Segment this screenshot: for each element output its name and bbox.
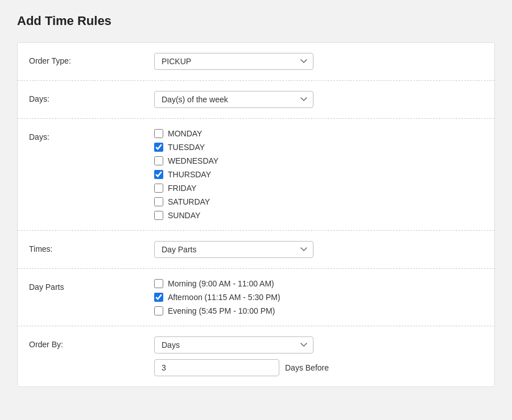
list-item[interactable]: WEDNESDAY [154, 156, 483, 165]
sunday-checkbox[interactable] [154, 211, 163, 220]
friday-label: FRIDAY [168, 184, 196, 193]
monday-label: MONDAY [168, 129, 202, 138]
evening-label: Evening (5:45 PM - 10:00 PM) [168, 306, 275, 315]
thursday-label: THURSDAY [168, 170, 211, 179]
order-type-control: PICKUP DELIVERY [154, 53, 483, 70]
saturday-label: SATURDAY [168, 197, 210, 206]
list-item[interactable]: SATURDAY [154, 197, 483, 206]
page-title: Add Time Rules [17, 14, 495, 28]
days-select-label: Days: [29, 91, 154, 103]
monday-checkbox[interactable] [154, 129, 163, 138]
order-by-section: Days Hours Days Before [154, 336, 483, 376]
wednesday-checkbox[interactable] [154, 156, 163, 165]
tuesday-label: TUESDAY [168, 143, 205, 152]
list-item[interactable]: FRIDAY [154, 184, 483, 193]
day-parts-checkbox-group: Morning (9:00 AM - 11:00 AM) Afternoon (… [154, 279, 483, 315]
days-select-row: Days: Day(s) of the week Specific Dates [18, 81, 494, 119]
form-card: Order Type: PICKUP DELIVERY Days: Day(s)… [17, 42, 495, 387]
order-type-label: Order Type: [29, 53, 154, 65]
days-select-control: Day(s) of the week Specific Dates [154, 91, 483, 108]
days-checkboxes-control: MONDAY TUESDAY WEDNESDAY THURSDAY [154, 129, 483, 220]
times-select[interactable]: Day Parts Specific Times [154, 241, 313, 258]
morning-checkbox[interactable] [154, 279, 163, 288]
days-checkboxes-row: Days: MONDAY TUESDAY WEDNESDAY [18, 119, 494, 231]
list-item[interactable]: SUNDAY [154, 211, 483, 220]
evening-checkbox[interactable] [154, 306, 163, 315]
order-by-control: Days Hours Days Before [154, 336, 483, 376]
list-item[interactable]: TUESDAY [154, 143, 483, 152]
days-before-input[interactable] [154, 359, 279, 376]
list-item[interactable]: Morning (9:00 AM - 11:00 AM) [154, 279, 483, 288]
thursday-checkbox[interactable] [154, 170, 163, 179]
days-checkboxes-label: Days: [29, 129, 154, 142]
days-before-label: Days Before [285, 363, 329, 372]
order-by-label: Order By: [29, 336, 154, 349]
order-by-row: Order By: Days Hours Days Before [18, 326, 494, 386]
days-before-row: Days Before [154, 359, 483, 376]
order-type-select[interactable]: PICKUP DELIVERY [154, 53, 313, 70]
order-by-select[interactable]: Days Hours [154, 336, 313, 354]
day-parts-label: Day Parts [29, 279, 154, 292]
day-parts-control: Morning (9:00 AM - 11:00 AM) Afternoon (… [154, 279, 483, 315]
day-parts-row: Day Parts Morning (9:00 AM - 11:00 AM) A… [18, 269, 494, 326]
morning-label: Morning (9:00 AM - 11:00 AM) [168, 279, 274, 288]
friday-checkbox[interactable] [154, 184, 163, 193]
afternoon-checkbox[interactable] [154, 293, 163, 302]
times-row: Times: Day Parts Specific Times [18, 231, 494, 269]
saturday-checkbox[interactable] [154, 197, 163, 206]
days-type-select[interactable]: Day(s) of the week Specific Dates [154, 91, 313, 108]
afternoon-label: Afternoon (11:15 AM - 5:30 PM) [168, 293, 280, 302]
times-control: Day Parts Specific Times [154, 241, 483, 258]
order-type-row: Order Type: PICKUP DELIVERY [18, 43, 494, 81]
days-checkbox-group: MONDAY TUESDAY WEDNESDAY THURSDAY [154, 129, 483, 220]
list-item[interactable]: Afternoon (11:15 AM - 5:30 PM) [154, 293, 483, 302]
tuesday-checkbox[interactable] [154, 143, 163, 152]
sunday-label: SUNDAY [168, 211, 200, 220]
wednesday-label: WEDNESDAY [168, 156, 218, 165]
list-item[interactable]: THURSDAY [154, 170, 483, 179]
list-item[interactable]: MONDAY [154, 129, 483, 138]
list-item[interactable]: Evening (5:45 PM - 10:00 PM) [154, 306, 483, 315]
times-label: Times: [29, 241, 154, 253]
